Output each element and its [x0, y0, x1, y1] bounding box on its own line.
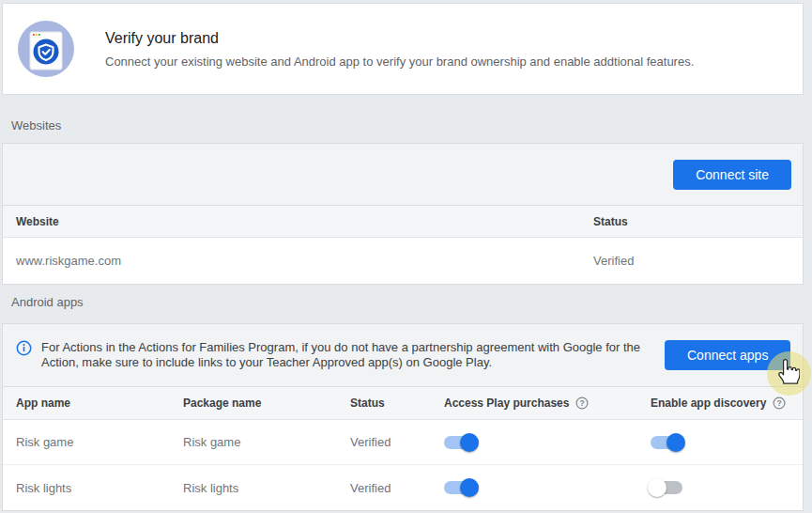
app-table-row: Risk lightsRisk lightsVerified — [3, 465, 803, 510]
column-header-app-name: App name — [16, 396, 183, 410]
column-header-enable-app-discovery: Enable app discovery ? — [651, 396, 803, 410]
column-header-status: Status — [350, 396, 444, 410]
verify-brand-page: Verify your brand Connect your existing … — [0, 0, 812, 513]
website-cell: www.riskgame.com — [16, 254, 593, 268]
column-header-enable-app-discovery-label: Enable app discovery — [651, 396, 766, 410]
access-play-purchases-toggle[interactable] — [444, 436, 476, 449]
header-text: Verify your brand Connect your existing … — [105, 30, 694, 69]
column-header-access-play-purchases: Access Play purchases ? — [444, 396, 651, 410]
websites-table-header: Website Status — [3, 206, 803, 238]
enable-app-discovery-toggle-cell — [651, 481, 803, 494]
column-header-package-name: Package name — [183, 396, 350, 410]
app-table-row: Risk gameRisk gameVerified — [3, 420, 803, 465]
connect-apps-button[interactable]: Connect apps — [665, 340, 790, 370]
column-header-access-play-purchases-label: Access Play purchases — [444, 396, 569, 410]
enable-app-discovery-toggle[interactable] — [651, 481, 682, 494]
package-name-cell: Risk lights — [183, 481, 350, 495]
android-apps-section-label: Android apps — [11, 295, 804, 309]
enable-app-discovery-toggle-cell — [651, 436, 803, 449]
help-icon[interactable]: ? — [773, 396, 786, 410]
apps-table-body: Risk gameRisk gameVerifiedRisk lightsRis… — [3, 420, 803, 510]
help-icon[interactable]: ? — [575, 396, 589, 410]
enable-app-discovery-toggle-knob — [648, 478, 666, 497]
apps-table-header: App name Package name Status Access Play… — [3, 387, 803, 420]
app-status-cell: Verified — [350, 481, 444, 495]
brand-header-card: Verify your brand Connect your existing … — [2, 3, 804, 95]
android-apps-card: For Actions in the Actions for Families … — [2, 323, 804, 511]
website-status-cell: Verified — [593, 254, 803, 268]
access-play-purchases-toggle[interactable] — [444, 481, 476, 494]
enable-app-discovery-toggle-knob — [666, 433, 685, 452]
svg-text:?: ? — [580, 398, 585, 408]
column-header-status: Status — [593, 215, 803, 228]
enable-app-discovery-toggle[interactable] — [651, 436, 682, 449]
websites-card: Connect site Website Status www.riskgame… — [2, 143, 804, 285]
websites-table-body: www.riskgame.comVerified — [3, 238, 803, 284]
app-status-cell: Verified — [350, 435, 444, 449]
families-program-notice-text: For Actions in the Actions for Families … — [41, 340, 650, 370]
websites-section-label: Websites — [11, 118, 804, 132]
column-header-website: Website — [16, 215, 593, 228]
access-play-purchases-toggle-knob — [460, 478, 479, 497]
website-table-row: www.riskgame.comVerified — [3, 238, 803, 284]
websites-toolbar: Connect site — [3, 144, 803, 206]
android-apps-section-header: Android apps — [2, 285, 804, 323]
access-play-purchases-toggle-knob — [460, 433, 479, 452]
brand-verification-badge-icon — [18, 21, 74, 77]
page-title: Verify your brand — [105, 30, 694, 47]
app-name-cell: Risk game — [16, 435, 183, 449]
app-name-cell: Risk lights — [16, 481, 183, 495]
info-icon — [16, 340, 32, 356]
families-program-notice: For Actions in the Actions for Families … — [3, 324, 803, 387]
connect-site-button[interactable]: Connect site — [673, 160, 791, 190]
svg-text:?: ? — [777, 398, 782, 408]
websites-section-header: Websites — [2, 95, 804, 143]
access-play-purchases-toggle-cell — [444, 481, 651, 494]
package-name-cell: Risk game — [183, 435, 350, 449]
access-play-purchases-toggle-cell — [444, 436, 651, 449]
page-description: Connect your existing website and Androi… — [105, 54, 694, 69]
